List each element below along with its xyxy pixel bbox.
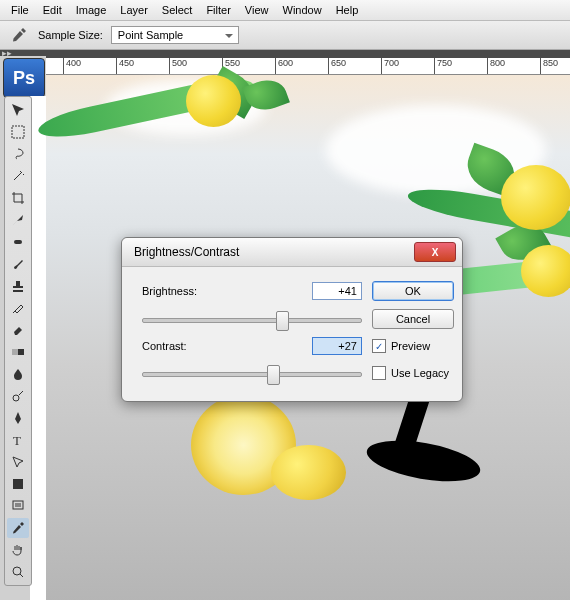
sample-size-dropdown[interactable]: Point Sample (111, 26, 239, 44)
dodge-tool-icon[interactable] (7, 386, 29, 406)
svg-rect-7 (13, 501, 23, 509)
lasso-tool-icon[interactable] (7, 144, 29, 164)
vertical-ruler (30, 96, 47, 600)
path-select-icon[interactable] (7, 452, 29, 472)
svg-rect-3 (12, 349, 18, 355)
left-column: Ps T (0, 56, 46, 600)
svg-point-4 (13, 395, 19, 401)
ruler-tick: 750 (434, 58, 487, 74)
brightness-input[interactable]: +41 (312, 282, 362, 300)
brush-tool-icon[interactable] (7, 254, 29, 274)
notes-tool-icon[interactable] (7, 496, 29, 516)
brightness-label: Brightness: (142, 285, 222, 297)
blur-tool-icon[interactable] (7, 364, 29, 384)
menu-file[interactable]: File (4, 2, 36, 18)
ruler-tick: 400 (63, 58, 116, 74)
move-tool-icon[interactable] (7, 100, 29, 120)
document-tab-strip: ▸▸ (0, 50, 570, 58)
wand-tool-icon[interactable] (7, 166, 29, 186)
ruler-tick: 350 (46, 58, 63, 74)
options-bar: Sample Size: Point Sample (0, 21, 570, 50)
ok-button[interactable]: OK (372, 281, 454, 301)
stamp-tool-icon[interactable] (7, 276, 29, 296)
svg-rect-1 (14, 240, 22, 244)
preview-checkbox[interactable]: ✓Preview (372, 339, 472, 353)
legacy-checkbox[interactable]: Use Legacy (372, 366, 472, 380)
menu-bar: File Edit Image Layer Select Filter View… (0, 0, 570, 21)
svg-rect-6 (13, 479, 23, 489)
canvas[interactable]: Brightness/Contrast X Brightness: +41 OK… (46, 75, 570, 600)
type-tool-icon[interactable]: T (7, 430, 29, 450)
horizontal-ruler: 350 400 450 500 550 600 650 700 750 800 … (46, 58, 570, 75)
svg-rect-0 (12, 126, 24, 138)
menu-view[interactable]: View (238, 2, 276, 18)
slice-tool-icon[interactable] (7, 210, 29, 230)
cancel-button[interactable]: Cancel (372, 309, 454, 329)
contrast-label: Contrast: (142, 340, 222, 352)
menu-window[interactable]: Window (276, 2, 329, 18)
gradient-tool-icon[interactable] (7, 342, 29, 362)
eyedropper-tool-icon[interactable] (7, 518, 29, 538)
ruler-tick: 800 (487, 58, 540, 74)
menu-filter[interactable]: Filter (199, 2, 237, 18)
brightness-contrast-dialog: Brightness/Contrast X Brightness: +41 OK… (121, 237, 463, 402)
eyedropper-icon[interactable] (8, 25, 30, 45)
crop-tool-icon[interactable] (7, 188, 29, 208)
sample-size-label: Sample Size: (38, 29, 103, 41)
history-brush-icon[interactable] (7, 298, 29, 318)
menu-select[interactable]: Select (155, 2, 200, 18)
legacy-label: Use Legacy (391, 367, 449, 379)
dialog-titlebar[interactable]: Brightness/Contrast X (122, 238, 462, 267)
preview-label: Preview (391, 340, 430, 352)
menu-layer[interactable]: Layer (113, 2, 155, 18)
close-button[interactable]: X (414, 242, 456, 262)
ruler-tick: 600 (275, 58, 328, 74)
shape-tool-icon[interactable] (7, 474, 29, 494)
menu-help[interactable]: Help (329, 2, 366, 18)
heal-tool-icon[interactable] (7, 232, 29, 252)
ruler-tick: 650 (328, 58, 381, 74)
contrast-slider[interactable] (142, 363, 362, 383)
toolbox: T (4, 96, 32, 586)
contrast-input[interactable]: +27 (312, 337, 362, 355)
menu-edit[interactable]: Edit (36, 2, 69, 18)
zoom-tool-icon[interactable] (7, 562, 29, 582)
svg-point-8 (13, 567, 21, 575)
brightness-slider[interactable] (142, 309, 362, 329)
svg-text:T: T (13, 433, 21, 447)
ruler-tick: 500 (169, 58, 222, 74)
menu-image[interactable]: Image (69, 2, 114, 18)
eraser-tool-icon[interactable] (7, 320, 29, 340)
hand-tool-icon[interactable] (7, 540, 29, 560)
ruler-tick: 850 (540, 58, 570, 74)
dialog-title: Brightness/Contrast (134, 245, 239, 259)
marquee-tool-icon[interactable] (7, 122, 29, 142)
app-logo: Ps (3, 58, 45, 98)
ruler-tick: 700 (381, 58, 434, 74)
pen-tool-icon[interactable] (7, 408, 29, 428)
ruler-tick: 450 (116, 58, 169, 74)
